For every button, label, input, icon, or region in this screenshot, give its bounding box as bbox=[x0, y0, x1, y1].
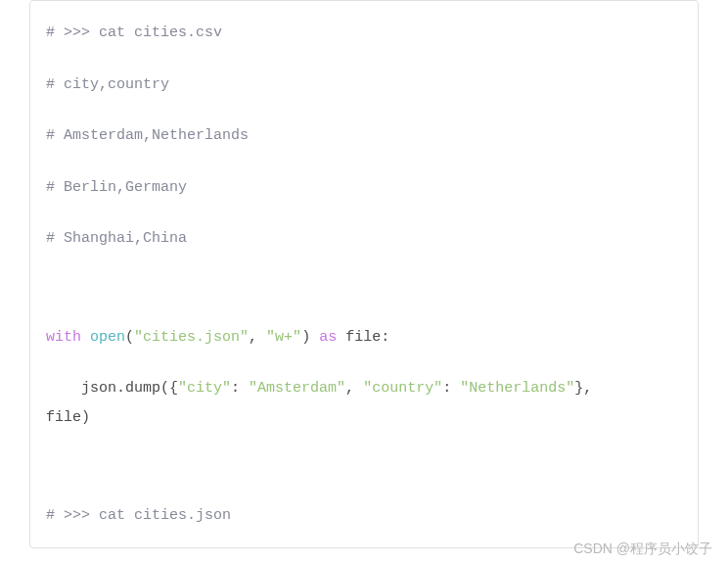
text: json.dump({ bbox=[46, 380, 178, 397]
code-line: with open("cities.json", "w+") as file: bbox=[46, 327, 682, 350]
comment: # city,country bbox=[46, 76, 169, 93]
code-line: # >>> cat cities.csv bbox=[46, 23, 682, 45]
code-line: # Amsterdam,Netherlands bbox=[46, 125, 682, 148]
keyword-as: as bbox=[319, 329, 337, 346]
comment: # >>> cat cities.csv bbox=[46, 24, 222, 41]
code-line: # city,country bbox=[46, 74, 682, 97]
punct: ) bbox=[81, 409, 90, 426]
string: "cities.json" bbox=[134, 329, 249, 346]
punct: : bbox=[442, 380, 460, 397]
string: "Amsterdam" bbox=[249, 380, 345, 397]
var: file bbox=[46, 409, 81, 426]
code-line: # >>> cat cities.json bbox=[46, 505, 682, 528]
punct: , bbox=[345, 380, 363, 397]
comment: # Shanghai,China bbox=[46, 230, 187, 247]
punct: : bbox=[231, 380, 249, 397]
code-line: # Berlin,Germany bbox=[46, 177, 682, 200]
code-line: json.dump({"city": "Amsterdam", "country… bbox=[46, 378, 682, 400]
punct: }, bbox=[574, 380, 601, 397]
punct: ) bbox=[301, 329, 319, 346]
code-line: file) bbox=[46, 407, 682, 430]
punct: ( bbox=[125, 329, 134, 346]
text bbox=[337, 329, 345, 346]
watermark: CSDN @程序员小饺子 bbox=[573, 540, 712, 558]
comment: # Amsterdam,Netherlands bbox=[46, 127, 249, 144]
code-line: # Shanghai,China bbox=[46, 228, 682, 251]
punct: : bbox=[381, 329, 389, 346]
string: "country" bbox=[363, 380, 442, 397]
code-block: # >>> cat cities.csv # city,country # Am… bbox=[29, 0, 699, 548]
comment: # Berlin,Germany bbox=[46, 179, 187, 196]
text bbox=[81, 329, 90, 346]
punct: , bbox=[249, 329, 266, 346]
string: "Netherlands" bbox=[460, 380, 574, 397]
string: "w+" bbox=[266, 329, 301, 346]
builtin-open: open bbox=[90, 329, 125, 346]
keyword-with: with bbox=[46, 329, 81, 346]
comment: # >>> cat cities.json bbox=[46, 507, 231, 524]
var: file bbox=[345, 329, 381, 346]
string: "city" bbox=[178, 380, 231, 397]
